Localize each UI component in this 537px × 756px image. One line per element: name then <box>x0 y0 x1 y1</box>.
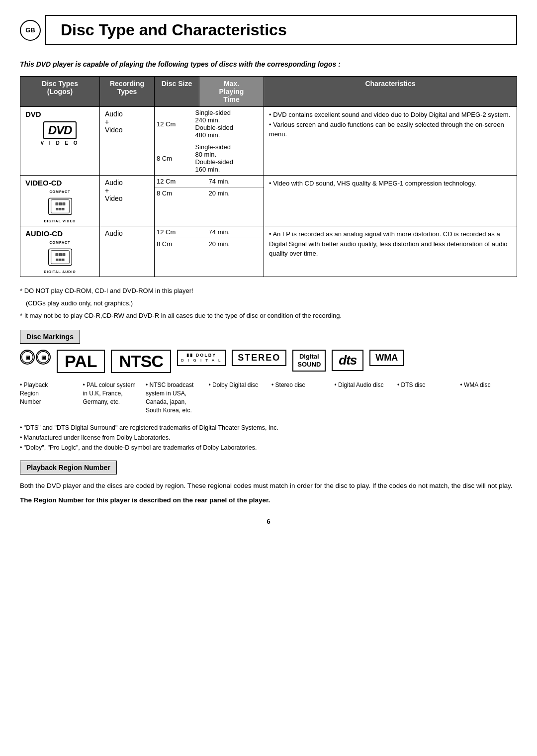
dolby-label-bottom: D I G I T A L <box>181 358 222 363</box>
marking-desc-digital: Digital Audio disc <box>335 381 392 389</box>
note-2: * It may not be to play CD-R,CD-RW and D… <box>20 311 517 321</box>
desc-pal: PAL colour system in U.K, France, German… <box>83 381 140 406</box>
desc-wma: WMA disc <box>460 381 518 389</box>
size-time-cell-audiocd: 12 Cm 74 min. 8 Cm 20 min. <box>155 226 264 277</box>
char-cell-videocd: Video with CD sound, VHS quality & MPEG-… <box>264 176 517 226</box>
char-cell-dvd: DVD contains excellent sound and video d… <box>264 107 517 176</box>
disc-markings-header: Disc Markings <box>20 330 80 344</box>
desc-dts: DTS disc <box>397 381 454 389</box>
desc-stereo: Stereo disc <box>271 381 329 389</box>
svg-text:▤▤▤: ▤▤▤ <box>56 207 65 210</box>
size-audiocd-1: 12 Cm <box>155 226 207 238</box>
videocd-bottom-label: DIGITAL VIDEO <box>44 219 76 223</box>
size-time-cell-videocd: 12 Cm 74 min. 8 Cm 20 min. <box>155 176 264 226</box>
audiocd-top-label: COMPACT <box>50 241 71 244</box>
disc-markings-section: Disc Markings ▣ ▣ <box>20 330 517 414</box>
size-row-videocd-1: 12 Cm 74 min. <box>155 176 264 188</box>
note-1b: (CDGs play audio only, not graphics.) <box>20 298 517 309</box>
trademark-2: Manufactured under license from Dolby La… <box>20 433 517 443</box>
table-row-dvd: DVD DVD V I D E O Audio+Video 12 Cm Sing… <box>20 107 517 176</box>
marking-desc-region: PlaybackRegionNumber <box>20 381 77 406</box>
marking-item-ntsc: NTSC <box>111 350 171 375</box>
size-audiocd-2: 8 Cm <box>155 238 207 250</box>
char-list-audiocd: An LP is recorded as an analog signal wi… <box>269 229 512 259</box>
title-box: Disc Type and Characteristics <box>45 15 517 45</box>
audiocd-disc-svg: ▤▤▤ ▤▤▤ <box>48 245 73 270</box>
size-videocd-2: 8 Cm <box>155 188 207 199</box>
ntsc-logo: NTSC <box>111 350 171 373</box>
recording-cell-dvd: Audio+Video <box>100 107 155 176</box>
th-max-playing: Max.PlayingTime <box>199 77 264 107</box>
note-1: * DO NOT play CD-ROM, CD-I and DVD-ROM i… <box>20 286 517 296</box>
time-videocd-2: 20 min. <box>207 188 264 199</box>
disc-type-name-dvd: DVD <box>25 110 94 118</box>
size-row-dvd-2: 8 Cm Single-sided80 min.Double-sided160 … <box>155 141 264 176</box>
dts-logo: dts <box>332 350 363 371</box>
region-circle-2: ▣ <box>36 350 51 365</box>
size-row-audiocd-1: 12 Cm 74 min. <box>155 226 264 238</box>
playback-region-bold: The Region Number for this player is des… <box>20 495 517 506</box>
dvd-logo: DVD V I D E O <box>25 121 94 146</box>
recording-cell-audiocd: Audio <box>100 226 155 277</box>
gb-badge: GB <box>20 20 41 41</box>
size-row-dvd-1: 12 Cm Single-sided240 min.Double-sided48… <box>155 107 264 141</box>
char-item-dvd-1: DVD contains excellent sound and video d… <box>269 110 512 120</box>
svg-text:▤▤▤: ▤▤▤ <box>55 253 65 256</box>
playback-region-header: Playback Region Number <box>20 461 117 474</box>
marking-desc-pal: PAL colour system in U.K, France, German… <box>83 381 140 406</box>
disc-type-cell-audiocd: AUDIO-CD COMPACT ▤▤▤ ▤▤▤ DIGITAL AUDIO <box>20 226 100 277</box>
dolby-logo: ▮▮ DOLBY D I G I T A L <box>177 350 226 366</box>
size-time-cell-dvd: 12 Cm Single-sided240 min.Double-sided48… <box>155 107 264 176</box>
notes-section: * DO NOT play CD-ROM, CD-I and DVD-ROM i… <box>20 286 517 321</box>
marking-item-dts: dts <box>332 350 363 371</box>
pal-logo: PAL <box>57 350 105 373</box>
disc-table: Disc Types (Logos) Recording Types Disc … <box>20 76 517 277</box>
svg-text:▤▤▤: ▤▤▤ <box>55 202 65 205</box>
disc-type-name-videocd: VIDEO-CD <box>25 179 94 187</box>
marking-desc-wma: WMA disc <box>460 381 518 389</box>
marking-item-region: ▣ ▣ <box>20 350 51 365</box>
trademark-notes: "DTS" and "DTS Digital Surround" are reg… <box>20 423 517 453</box>
time-audiocd-1: 74 min. <box>207 226 264 238</box>
svg-rect-4 <box>48 249 72 265</box>
table-row-videocd: VIDEO-CD COMPACT ▤▤▤ ▤▤▤ DIGITAL VIDEO A… <box>20 176 517 226</box>
th-recording-types: Recording Types <box>100 77 155 107</box>
page-title: Disc Type and Characteristics <box>61 21 501 39</box>
videocd-top-label: COMPACT <box>50 190 71 193</box>
desc-digital: Digital Audio disc <box>335 381 392 389</box>
disc-type-cell-videocd: VIDEO-CD COMPACT ▤▤▤ ▤▤▤ DIGITAL VIDEO <box>20 176 100 226</box>
time-audiocd-2: 20 min. <box>207 238 264 250</box>
marking-desc-dts: DTS disc <box>397 381 454 389</box>
marking-item-wma: WMA <box>369 350 404 366</box>
desc-dolby: Dolby Digital disc <box>209 381 266 389</box>
size-row-audiocd-2: 8 Cm 20 min. <box>155 238 264 250</box>
marking-item-digital: DigitalSOUND <box>292 350 326 371</box>
char-item-videocd-1: Video with CD sound, VHS quality & MPEG-… <box>269 179 512 189</box>
videocd-logo: COMPACT ▤▤▤ ▤▤▤ DIGITAL VIDEO <box>25 190 94 223</box>
char-list-videocd: Video with CD sound, VHS quality & MPEG-… <box>269 179 512 189</box>
th-disc-types: Disc Types (Logos) <box>20 77 100 107</box>
wma-logo: WMA <box>369 350 404 366</box>
char-item-dvd-2: Various screen and audio functions can b… <box>269 120 512 139</box>
disc-type-cell-dvd: DVD DVD V I D E O <box>20 107 100 176</box>
marking-item-stereo: STEREO <box>232 350 286 366</box>
marking-item-dolby: ▮▮ DOLBY D I G I T A L <box>177 350 226 366</box>
marking-desc-ntsc: NTSC broadcast system in USA, Canada, ja… <box>146 381 203 414</box>
dolby-label-top: ▮▮ DOLBY <box>181 353 222 358</box>
marking-desc-stereo: Stereo disc <box>271 381 329 389</box>
svg-text:▤▤▤: ▤▤▤ <box>56 258 65 261</box>
trademark-1: "DTS" and "DTS Digital Surround" are reg… <box>20 423 517 433</box>
size-row-videocd-2: 8 Cm 20 min. <box>155 188 264 199</box>
svg-rect-0 <box>48 198 72 214</box>
dvd-logo-text: DVD <box>43 121 77 139</box>
table-row-audiocd: AUDIO-CD COMPACT ▤▤▤ ▤▤▤ DIGITAL AUDIO A… <box>20 226 517 277</box>
recording-cell-videocd: Audio+Video <box>100 176 155 226</box>
page-header: GB Disc Type and Characteristics <box>20 15 517 45</box>
dvd-label: V I D E O <box>40 140 79 146</box>
char-item-audiocd-1: An LP is recorded as an analog signal wi… <box>269 229 512 259</box>
trademark-3: "Dolby", "Pro Logic", and the double-D s… <box>20 443 517 453</box>
playback-region-text: Both the DVD player and the discs are co… <box>20 480 517 491</box>
region-circle-1: ▣ <box>20 350 35 365</box>
marking-item-pal: PAL <box>57 350 105 375</box>
disc-type-name-audiocd: AUDIO-CD <box>25 229 94 238</box>
